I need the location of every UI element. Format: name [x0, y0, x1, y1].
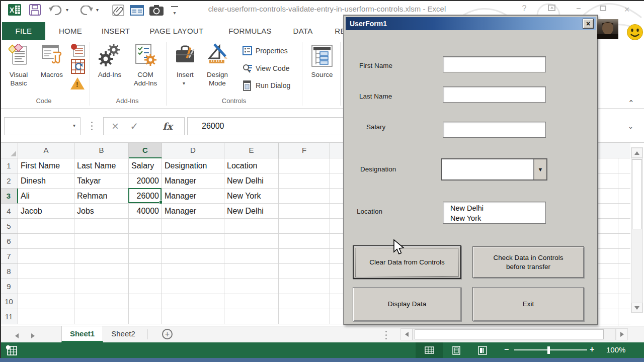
scroll-down-button[interactable]: [631, 303, 642, 313]
row-header-8[interactable]: 8: [0, 264, 18, 279]
new-sheet-button[interactable]: +: [162, 329, 173, 339]
column-header-partial[interactable]: [330, 143, 344, 158]
cell-C4[interactable]: 40000: [129, 204, 162, 219]
cell-C6[interactable]: [129, 234, 162, 249]
sheet-nav-left-icon[interactable]: [15, 331, 19, 340]
cell-partial[interactable]: [330, 234, 344, 249]
cell-F1[interactable]: [279, 158, 330, 173]
cell-E11[interactable]: [224, 309, 279, 324]
cell-B3[interactable]: Rehman: [74, 189, 129, 204]
fill-handle[interactable]: [159, 201, 163, 204]
clear-data-button[interactable]: Clear Data from Controls: [353, 245, 461, 279]
insert-control-icon[interactable]: [175, 44, 196, 63]
visual-basic-button[interactable]: Visual Basic: [4, 70, 33, 87]
cell-partial[interactable]: [330, 173, 344, 189]
cell-A5[interactable]: [18, 219, 74, 234]
view-code-icon[interactable]: [243, 63, 253, 73]
cell-A8[interactable]: [18, 264, 74, 279]
cell-B11[interactable]: [74, 309, 129, 324]
cell-F5[interactable]: [279, 219, 330, 234]
cell-A10[interactable]: [18, 294, 74, 309]
cell-D1[interactable]: Designation: [162, 158, 224, 173]
view-page-break-button[interactable]: [475, 342, 490, 358]
cell-D7[interactable]: [162, 249, 224, 264]
zoom-level[interactable]: 100%: [606, 345, 625, 354]
save-icon[interactable]: [29, 4, 41, 16]
cell-E4[interactable]: New Delhi: [224, 204, 279, 219]
sheet-tab-sheet2[interactable]: Sheet2: [104, 326, 143, 342]
column-header-C[interactable]: C: [129, 143, 162, 158]
view-code-button[interactable]: View Code: [256, 64, 289, 73]
undo-dropdown-icon[interactable]: ▾: [66, 7, 68, 13]
cell-E3[interactable]: New York: [224, 189, 279, 204]
column-header-E[interactable]: E: [224, 143, 279, 158]
cell-A4[interactable]: Jacob: [18, 204, 74, 219]
row-header-3[interactable]: 3: [0, 189, 18, 204]
record-macro-icon[interactable]: [69, 43, 86, 57]
horizontal-scrollbar[interactable]: [413, 328, 616, 340]
row-header-5[interactable]: 5: [0, 219, 18, 234]
cell-D4[interactable]: Manager: [162, 204, 224, 219]
grid-cells-partial[interactable]: [598, 158, 630, 326]
column-header-F[interactable]: F: [279, 143, 330, 158]
macro-record-status-icon[interactable]: [5, 345, 18, 356]
cell-E2[interactable]: New Delhi: [224, 173, 279, 189]
cell-B5[interactable]: [74, 219, 129, 234]
cell-D9[interactable]: [162, 279, 224, 294]
cell-D11[interactable]: [162, 309, 224, 324]
design-mode-icon[interactable]: [206, 43, 228, 65]
cell-E10[interactable]: [224, 294, 279, 309]
run-dialog-button[interactable]: Run Dialog: [256, 81, 290, 90]
undo-icon[interactable]: [48, 6, 63, 15]
close-button[interactable]: ×: [621, 4, 633, 15]
cell-B8[interactable]: [74, 264, 129, 279]
cell-partial[interactable]: [330, 264, 344, 279]
scroll-right-button[interactable]: [616, 328, 628, 340]
insert-dropdown-icon[interactable]: ▾: [183, 80, 185, 86]
exit-button[interactable]: Exit: [472, 287, 584, 321]
cell-F9[interactable]: [279, 279, 330, 294]
cell-C1[interactable]: Salary: [129, 158, 162, 173]
userform-titlebar[interactable]: UserForm1 ×: [346, 17, 596, 30]
com-add-ins-icon[interactable]: [134, 43, 157, 66]
cell-D5[interactable]: [162, 219, 224, 234]
tab-home[interactable]: HOME: [52, 22, 89, 40]
cell-E5[interactable]: [224, 219, 279, 234]
relative-references-icon[interactable]: [70, 58, 86, 74]
cell-partial[interactable]: [330, 249, 344, 264]
collapse-ribbon-icon[interactable]: ⌃: [628, 99, 634, 108]
cell-partial[interactable]: [330, 279, 344, 294]
insert-control-button[interactable]: Insert: [171, 70, 199, 79]
restore-button[interactable]: [597, 4, 609, 13]
run-dialog-icon[interactable]: [243, 80, 252, 91]
view-page-layout-button[interactable]: [449, 342, 463, 358]
cell-partial[interactable]: [330, 219, 344, 234]
redo-dropdown-icon[interactable]: ▾: [96, 7, 99, 13]
first-name-field[interactable]: [443, 56, 546, 72]
zoom-slider-thumb[interactable]: [547, 346, 550, 354]
help-button[interactable]: ?: [518, 4, 530, 13]
tab-page-layout[interactable]: PAGE LAYOUT: [145, 22, 208, 40]
column-header-B[interactable]: B: [74, 143, 129, 158]
cell-A3[interactable]: Ali: [18, 189, 74, 204]
source-icon[interactable]: [311, 44, 333, 67]
cell-A6[interactable]: [18, 234, 74, 249]
cell-E9[interactable]: [224, 279, 279, 294]
cell-C9[interactable]: [129, 279, 162, 294]
cell-partial[interactable]: [330, 309, 344, 324]
cell-B1[interactable]: Last Name: [74, 158, 129, 173]
cell-partial[interactable]: [330, 204, 344, 219]
display-data-button[interactable]: Display Data: [353, 287, 461, 321]
cell-F7[interactable]: [279, 249, 330, 264]
row-header-10[interactable]: 10: [0, 294, 18, 309]
design-mode-button[interactable]: Design Mode: [202, 70, 232, 87]
cell-F4[interactable]: [279, 204, 330, 219]
cell-B7[interactable]: [74, 249, 129, 264]
tab-file[interactable]: FILE: [2, 22, 45, 40]
cell-C5[interactable]: [129, 219, 162, 234]
vertical-scroll-thumb[interactable]: [632, 159, 642, 229]
view-normal-button[interactable]: [416, 342, 443, 358]
cell-E7[interactable]: [224, 249, 279, 264]
cell-D6[interactable]: [162, 234, 224, 249]
cell-B10[interactable]: [74, 294, 129, 309]
